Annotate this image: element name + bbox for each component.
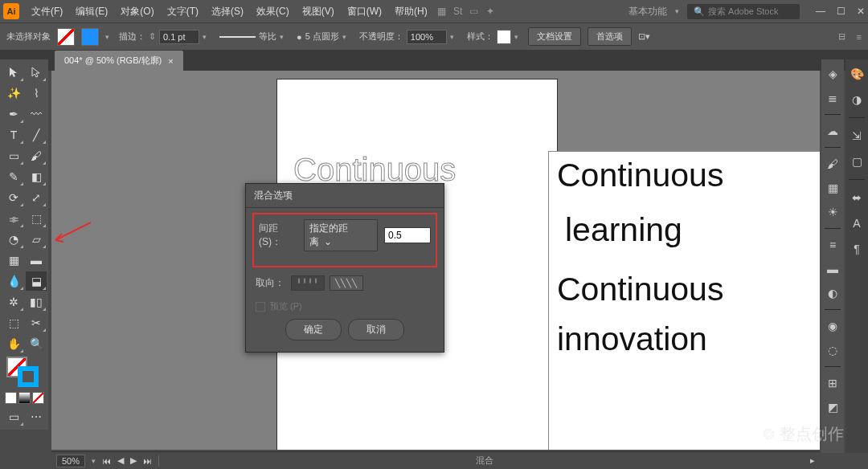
gradient-panel-icon[interactable]: ▬ <box>823 259 842 279</box>
appearance-panel-icon[interactable]: ◉ <box>823 316 842 336</box>
stroke-weight-input[interactable]: 0.1 pt <box>159 30 199 44</box>
column-graph-tool[interactable]: ▮▯ <box>26 292 47 312</box>
ok-button[interactable]: 确定 <box>285 319 342 341</box>
menu-effect[interactable]: 效果(C) <box>251 2 295 21</box>
nav-prev-icon[interactable]: ◀ <box>117 455 124 466</box>
artboards-panel-icon[interactable]: ▢ <box>847 152 866 171</box>
panel-menu-icon[interactable]: ≡ <box>857 32 862 42</box>
menu-file[interactable]: 文件(F) <box>26 2 68 21</box>
graphic-styles-icon[interactable]: ◌ <box>823 341 842 360</box>
opacity-input[interactable]: 100% <box>407 30 447 44</box>
preview-checkbox[interactable]: 预览 (P) <box>256 300 434 312</box>
color-mode-none[interactable] <box>32 392 44 404</box>
properties-panel-icon[interactable]: ◈ <box>823 64 842 84</box>
shaper-tool[interactable]: ✎ <box>3 167 24 186</box>
style-swatch[interactable] <box>497 30 511 44</box>
brushes-panel-icon[interactable]: 🖌 <box>823 154 842 173</box>
character-panel-icon[interactable]: A <box>847 214 866 233</box>
selection-tool[interactable] <box>3 63 24 82</box>
scale-tool[interactable]: ⤢ <box>26 188 47 207</box>
menu-help[interactable]: 帮助(H) <box>389 2 433 21</box>
spacing-mode-select[interactable]: 指定的距离 ⌄ <box>304 219 378 251</box>
zoom-input[interactable]: 50% <box>56 455 85 467</box>
chevron-down-icon[interactable]: ▾ <box>203 33 207 41</box>
preferences-button[interactable]: 首选项 <box>588 27 632 46</box>
orientation-align-path[interactable]: ╲╲╲╲ <box>330 275 363 291</box>
nav-last-icon[interactable]: ⏭ <box>143 456 152 466</box>
stock-icon[interactable]: St <box>451 4 465 18</box>
paragraph-panel-icon[interactable]: ¶ <box>847 239 866 259</box>
close-icon[interactable]: ✕ <box>857 6 865 17</box>
fill-stroke-control[interactable] <box>3 355 47 389</box>
nav-next-icon[interactable]: ▶ <box>130 455 137 466</box>
color-guide-icon[interactable]: ◑ <box>847 90 866 109</box>
slice-tool[interactable]: ✂ <box>26 313 47 332</box>
symbol-sprayer-tool[interactable]: ✲ <box>3 292 24 312</box>
direct-selection-tool[interactable] <box>26 63 47 82</box>
fill-swatch[interactable] <box>57 28 75 46</box>
shape-builder-tool[interactable]: ◔ <box>3 230 24 249</box>
blend-tool[interactable]: ⬓ <box>26 271 47 291</box>
chevron-down-icon[interactable]: ▾ <box>514 33 518 41</box>
menu-view[interactable]: 视图(V) <box>297 2 340 21</box>
mesh-tool[interactable]: ▦ <box>3 251 24 270</box>
swatches-panel-icon[interactable]: ▦ <box>823 178 842 198</box>
menu-object[interactable]: 对象(O) <box>115 2 159 21</box>
maximize-icon[interactable]: ☐ <box>837 6 845 17</box>
document-tab[interactable]: 004* @ 50% (RGB/轮廓) × <box>55 51 183 71</box>
stroke-indicator[interactable] <box>18 366 39 387</box>
eyedropper-tool[interactable]: 💧 <box>3 271 24 291</box>
zoom-tool[interactable]: 🔍 <box>26 334 47 353</box>
transparency-panel-icon[interactable]: ◐ <box>823 283 842 303</box>
workspace-switcher[interactable]: 基本功能 <box>628 5 667 18</box>
symbols-panel-icon[interactable]: ☀ <box>823 202 842 222</box>
panel-toggle-icon[interactable]: ⊟ <box>838 31 845 42</box>
doc-setup-button[interactable]: 文档设置 <box>528 27 581 46</box>
rectangle-tool[interactable]: ▭ <box>3 146 24 165</box>
pathfinder-panel-icon[interactable]: ◩ <box>823 398 842 417</box>
line-tool[interactable]: ╱ <box>26 125 47 145</box>
stroke-swatch[interactable] <box>81 28 99 46</box>
color-mode-gradient[interactable] <box>18 392 31 404</box>
stroke-stepper-icon[interactable]: ⇕ <box>149 31 156 42</box>
transform-panel-icon[interactable]: ⬌ <box>847 188 866 207</box>
lasso-tool[interactable]: ⌇ <box>26 84 47 103</box>
color-panel-icon[interactable]: 🎨 <box>847 64 866 84</box>
layers-panel-icon[interactable]: ≣ <box>823 88 842 108</box>
spacing-value-input[interactable] <box>384 227 431 243</box>
gpu-icon[interactable]: ✦ <box>483 4 497 18</box>
chevron-down-icon[interactable]: ▾ <box>450 33 454 41</box>
perspective-tool[interactable]: ▱ <box>26 230 47 249</box>
menu-type[interactable]: 文字(T) <box>162 2 204 21</box>
type-tool[interactable]: T <box>3 125 24 145</box>
bridge-icon[interactable]: ▦ <box>435 4 449 18</box>
screen-mode-tool[interactable]: ▭ <box>3 407 24 426</box>
artboard-tool[interactable]: ⬚ <box>3 313 24 332</box>
nav-first-icon[interactable]: ⏮ <box>102 456 111 466</box>
search-input[interactable]: 🔍 搜索 Adobe Stock <box>687 4 800 19</box>
arrange-icon[interactable]: ▭ <box>467 4 481 18</box>
menu-window[interactable]: 窗口(W) <box>342 2 387 21</box>
edit-toolbar[interactable]: ⋯ <box>26 407 47 426</box>
chevron-down-icon[interactable]: ▾ <box>280 33 284 41</box>
magic-wand-tool[interactable]: ✨ <box>3 84 24 103</box>
paintbrush-tool[interactable]: 🖌 <box>26 146 47 165</box>
hand-tool[interactable]: ✋ <box>3 334 24 353</box>
menu-edit[interactable]: 编辑(E) <box>70 2 113 21</box>
status-menu-icon[interactable]: ▸ <box>810 455 815 466</box>
menu-select[interactable]: 选择(S) <box>206 2 249 21</box>
rotate-tool[interactable]: ⟳ <box>3 188 24 207</box>
stroke-panel-icon[interactable]: ≡ <box>823 235 842 255</box>
cc-libraries-icon[interactable]: ☁ <box>823 121 842 141</box>
gradient-tool[interactable]: ▬ <box>26 251 47 270</box>
chevron-down-icon[interactable]: ▾ <box>105 33 109 41</box>
eraser-tool[interactable]: ◧ <box>26 167 47 186</box>
cancel-button[interactable]: 取消 <box>348 319 404 341</box>
pen-tool[interactable]: ✒ <box>3 104 24 124</box>
align-panel-icon[interactable]: ⊞ <box>823 373 842 393</box>
curvature-tool[interactable]: 〰 <box>26 104 47 124</box>
asset-export-icon[interactable]: ⇲ <box>847 126 866 145</box>
tab-close-icon[interactable]: × <box>168 56 173 66</box>
chevron-down-icon[interactable]: ▾ <box>92 457 96 465</box>
orientation-align-page[interactable]: ╵╵╵╵ <box>291 275 325 291</box>
